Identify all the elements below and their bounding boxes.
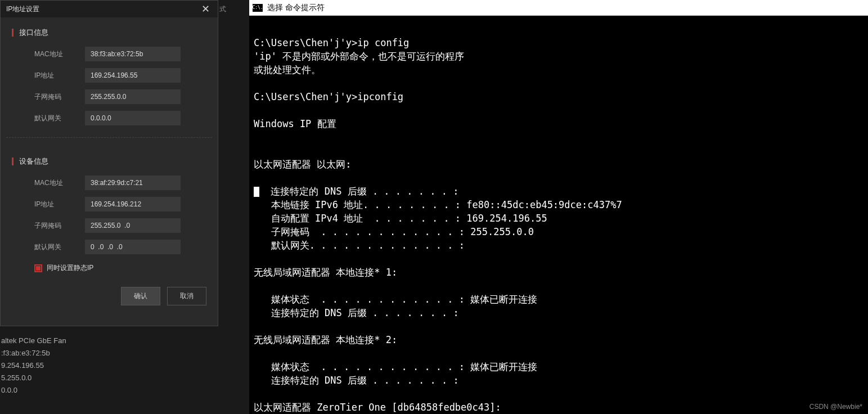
bg-line: 0.0.0 — [1, 384, 66, 397]
bg-line: altek PCIe GbE Fan — [1, 335, 66, 347]
label-mask: 子网掩码 — [34, 221, 85, 231]
cmd-title: 选择 命令提示符 — [267, 3, 325, 13]
label-gateway: 默认网关 — [34, 114, 85, 123]
label-mask: 子网掩码 — [34, 92, 85, 102]
cmd-titlebar[interactable]: C:\. 选择 命令提示符 — [249, 0, 868, 16]
watermark: CSDN @Newbie* — [809, 403, 862, 411]
section-device-title: 设备信息 — [19, 156, 48, 166]
static-ip-checkbox-row[interactable]: 同时设置静态IP — [1, 258, 218, 273]
bg-line: 5.255.0.0 — [1, 372, 66, 384]
section-divider — [6, 137, 212, 138]
row-device-ip: IP地址 — [1, 194, 218, 215]
input-device-mac[interactable] — [85, 176, 181, 190]
section-marker-icon — [12, 158, 14, 165]
dialog-button-row: 确认 取消 — [1, 273, 218, 314]
command-prompt-window: C:\. 选择 命令提示符 C:\Users\Chen'j'y>ip confi… — [249, 0, 868, 414]
label-ip: IP地址 — [34, 200, 85, 209]
background-network-info: altek PCIe GbE Fan :f3:ab:e3:72:5b 9.254… — [0, 335, 66, 397]
checkbox-icon[interactable] — [34, 264, 42, 272]
ok-button[interactable]: 确认 — [121, 287, 160, 305]
cmd-icon: C:\. — [253, 4, 263, 12]
input-interface-mask[interactable] — [85, 89, 181, 104]
cancel-button[interactable]: 取消 — [167, 287, 206, 305]
input-device-mask[interactable] — [85, 218, 181, 233]
checkbox-label: 同时设置静态IP — [47, 263, 93, 273]
section-marker-icon — [12, 29, 14, 37]
label-ip: IP地址 — [34, 71, 85, 80]
bg-line: 9.254.196.55 — [1, 359, 66, 372]
background-tab-fragment: 式 — [219, 4, 226, 14]
input-interface-mac[interactable] — [85, 47, 181, 61]
input-interface-gateway[interactable] — [85, 111, 181, 125]
row-device-gateway: 默认网关 — [1, 236, 218, 258]
section-interface-title: 接口信息 — [19, 28, 48, 38]
row-device-mac: MAC地址 — [1, 172, 218, 194]
dialog-title: IP地址设置 — [6, 4, 39, 14]
input-device-ip[interactable] — [85, 197, 181, 212]
section-interface-header: 接口信息 — [1, 17, 218, 43]
row-interface-ip: IP地址 — [1, 65, 218, 86]
label-gateway: 默认网关 — [34, 242, 85, 252]
input-device-gateway[interactable] — [85, 240, 181, 254]
row-interface-mac: MAC地址 — [1, 43, 218, 65]
row-interface-mask: 子网掩码 — [1, 86, 218, 107]
input-interface-ip[interactable] — [85, 68, 181, 83]
section-device-header: 设备信息 — [1, 146, 218, 172]
cmd-output[interactable]: C:\Users\Chen'j'y>ip config 'ip' 不是内部或外部… — [249, 16, 868, 414]
bg-line: :f3:ab:e3:72:5b — [1, 347, 66, 359]
dialog-titlebar[interactable]: IP地址设置 ✕ — [1, 1, 218, 17]
ip-settings-dialog: IP地址设置 ✕ 接口信息 MAC地址 IP地址 子网掩码 默认网关 设备信息 … — [0, 0, 218, 326]
close-icon[interactable]: ✕ — [199, 3, 212, 15]
row-device-mask: 子网掩码 — [1, 215, 218, 236]
label-mac: MAC地址 — [34, 178, 85, 188]
label-mac: MAC地址 — [34, 50, 85, 59]
row-interface-gateway: 默认网关 — [1, 107, 218, 129]
